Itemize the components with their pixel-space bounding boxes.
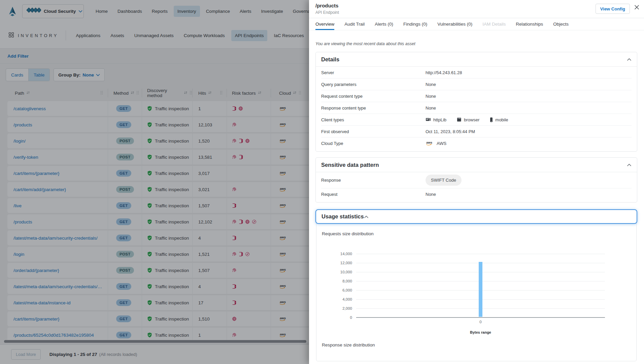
sensitive-card-header[interactable]: Sensitive data pattern (316, 158, 637, 172)
response-chart-title: Response size distribution (322, 342, 632, 347)
chevron-up-icon[interactable] (627, 58, 632, 61)
detail-label: Response content type (321, 105, 426, 111)
chevron-up-icon[interactable] (364, 214, 369, 220)
detail-label: Response (321, 178, 426, 183)
recent-data-notice: You are viewing the most recent data abo… (315, 41, 637, 46)
mobile-icon (490, 117, 493, 122)
client-type-browser: browser (457, 117, 479, 122)
y-axis-tick-label: 4,000 (342, 297, 352, 301)
detail-label: Cloud Type (321, 141, 426, 146)
detail-row-query-parameters: Query parametersNone (321, 79, 632, 90)
details-rows: Serverhttp://54.243.61.28Query parameter… (316, 67, 637, 151)
detail-row-response-content-type: Response content typeNone (321, 102, 632, 114)
detail-value: None (426, 94, 436, 99)
sensitive-rows: ResponseSWIFT CodeRequestNone (316, 172, 637, 202)
y-axis-tick-label: 2,000 (342, 306, 352, 310)
asset-type-label: API Endpoint (315, 10, 339, 15)
asset-detail-panel: /products API Endpoint View Config Overv… (309, 0, 644, 364)
detail-label: Query parameters (321, 82, 426, 87)
detail-label: Server (321, 70, 426, 75)
x-axis-tick-label: 0 (479, 320, 481, 324)
tab-findings-0[interactable]: Findings (0) (403, 18, 427, 30)
detail-label: First observed (321, 129, 426, 134)
detail-row-server: Serverhttp://54.243.61.28 (321, 67, 632, 79)
y-axis-tick-label: 12,000 (340, 261, 352, 265)
y-axis-tick-label: 10,000 (340, 270, 352, 274)
client-type-mobile: mobile (490, 117, 508, 122)
detail-label: Request content type (321, 94, 426, 99)
detail-row-response: ResponseSWIFT Code (321, 172, 632, 188)
details-title: Details (321, 56, 339, 63)
panel-body: You are viewing the most recent data abo… (309, 31, 644, 364)
detail-value: Oct 11, 2023, 8:05:44 PM (426, 129, 475, 134)
client-type-httplib: httpLib (426, 117, 446, 122)
svg-text:aws: aws (426, 141, 432, 144)
aws-logo-icon: aws (426, 141, 434, 146)
y-axis-tick-label: 6,000 (342, 288, 352, 292)
detail-label: Client types (321, 117, 426, 122)
details-card: Details Serverhttp://54.243.61.28Query p… (315, 52, 637, 152)
chevron-up-icon[interactable] (627, 163, 632, 166)
tab-audit-trail[interactable]: Audit Trail (344, 18, 365, 30)
detail-value: awsAWS (426, 141, 446, 146)
detail-value: None (426, 192, 436, 197)
sensitive-data-card: Sensitive data pattern ResponseSWIFT Cod… (315, 157, 637, 203)
browser-icon (457, 117, 462, 122)
httplib-icon (426, 117, 431, 122)
detail-value: SWIFT Code (426, 175, 462, 186)
tab-vulnerabilities-0[interactable]: Vulnerabilities (0) (437, 18, 472, 30)
detail-value: http://54.243.61.28 (426, 70, 462, 75)
detail-label: Request (321, 192, 426, 197)
tab-alerts-0[interactable]: Alerts (0) (375, 18, 393, 30)
bar-0 (479, 262, 482, 317)
panel-header: /products API Endpoint View Config (309, 0, 644, 18)
close-icon[interactable] (634, 5, 639, 10)
view-config-button[interactable]: View Config (596, 4, 630, 14)
tab-overview[interactable]: Overview (315, 18, 334, 30)
usage-title: Usage statistics (321, 213, 364, 220)
y-axis-tick-label: 14,000 (340, 252, 352, 256)
usage-statistics-header[interactable]: Usage statistics (315, 209, 637, 224)
detail-row-request-content-type: Request content typeNone (321, 90, 632, 102)
y-axis-tick-label: 8,000 (342, 279, 352, 283)
tab-relationships[interactable]: Relationships (516, 18, 543, 30)
details-card-header[interactable]: Details (316, 52, 637, 67)
page-title: /products (315, 3, 338, 8)
detail-value: httpLibbrowsermobile (426, 117, 516, 122)
sensitive-title: Sensitive data pattern (321, 162, 379, 168)
requests-chart-title: Requests size distribution (322, 231, 632, 236)
sensitive-pattern-chip[interactable]: SWIFT Code (426, 175, 462, 186)
detail-value: None (426, 105, 436, 111)
usage-statistics-body: Requests size distribution 14,00012,0001… (316, 222, 637, 361)
gridline (356, 317, 605, 318)
detail-row-first-observed: First observedOct 11, 2023, 8:05:44 PM (321, 126, 632, 138)
x-axis-title: Bytes range (470, 330, 491, 334)
detail-row-client-types: Client typeshttpLibbrowsermobile (321, 114, 632, 126)
detail-row-cloud-type: Cloud TypeawsAWS (321, 138, 632, 149)
panel-tabs: OverviewAudit TrailAlerts (0)Findings (0… (309, 18, 644, 30)
tab-objects[interactable]: Objects (553, 18, 569, 30)
detail-value: None (426, 82, 436, 87)
gridline (356, 254, 605, 254)
requests-size-chart: 14,00012,00010,0008,0006,0004,0002,00000… (356, 254, 605, 317)
detail-row-request: RequestNone (321, 188, 632, 200)
y-axis-tick-label: 0 (350, 315, 352, 320)
tab-iam-details: IAM Details (482, 18, 506, 30)
